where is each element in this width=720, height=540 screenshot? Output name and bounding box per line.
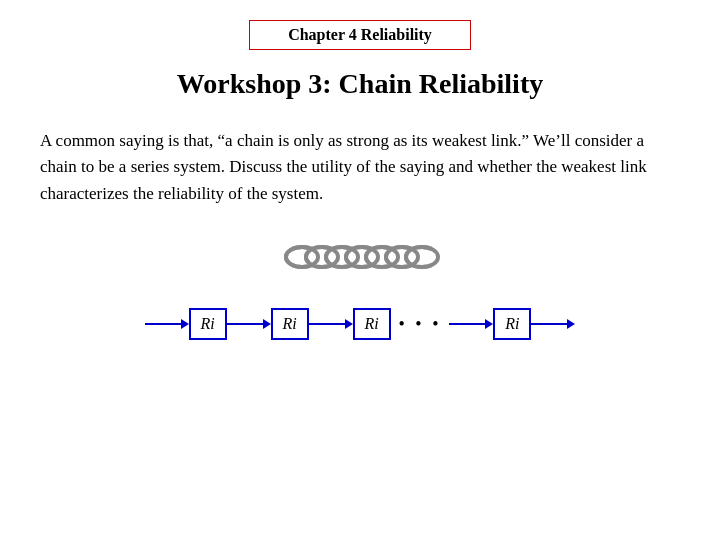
chapter-header-wrapper: Chapter 4 Reliability	[40, 20, 680, 50]
arrow-1	[227, 314, 271, 334]
ri-box-3: Ri	[353, 308, 391, 340]
workshop-title: Workshop 3: Chain Reliability	[40, 68, 680, 100]
slide-container: Chapter 4 Reliability Workshop 3: Chain …	[0, 0, 720, 540]
ellipsis-dots: • • •	[399, 314, 442, 335]
arrow-3	[449, 314, 493, 334]
svg-marker-30	[567, 319, 575, 329]
arrow-2	[309, 314, 353, 334]
body-text: A common saying is that, “a chain is onl…	[40, 128, 680, 207]
arrow-in	[145, 314, 189, 334]
ri-box-2: Ri	[271, 308, 309, 340]
arrow-out	[531, 314, 575, 334]
svg-marker-24	[263, 319, 271, 329]
svg-marker-22	[181, 319, 189, 329]
chapter-header-box: Chapter 4 Reliability	[249, 20, 471, 50]
series-diagram: Ri Ri Ri • • • Ri	[40, 308, 680, 340]
svg-marker-28	[485, 319, 493, 329]
svg-marker-26	[345, 319, 353, 329]
ri-box-4: Ri	[493, 308, 531, 340]
chain-image	[40, 235, 680, 280]
chain-svg-graphic	[280, 235, 440, 280]
ri-box-1: Ri	[189, 308, 227, 340]
chapter-header-title: Chapter 4 Reliability	[288, 26, 432, 43]
